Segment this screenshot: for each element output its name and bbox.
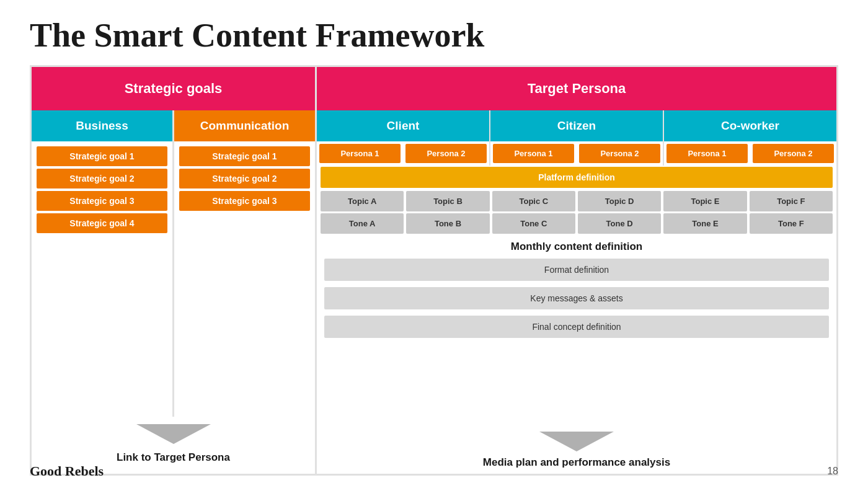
tone-c: Tone C xyxy=(492,213,575,234)
coworker-persona-1-col: Persona 1 xyxy=(664,141,750,166)
citizen-header: Citizen xyxy=(490,110,663,141)
coworker-header: Co-worker xyxy=(664,110,836,141)
coworker-persona-1: Persona 1 xyxy=(666,144,748,163)
citizen-persona-1-col: Persona 1 xyxy=(490,141,577,166)
key-messages: Key messages & assets xyxy=(324,287,829,309)
client-persona-1-col: Persona 1 xyxy=(317,141,403,166)
platform-definition-bar: Platform definition xyxy=(321,167,833,188)
page: The Smart Content Framework Strategic go… xyxy=(0,0,868,488)
monthly-section: Monthly content definition Format defini… xyxy=(317,236,836,427)
tone-d: Tone D xyxy=(578,213,661,234)
communication-column: Communication Strategic goal 1 Strategic… xyxy=(174,110,315,417)
topic-f: Topic F xyxy=(750,191,833,211)
business-goal-3: Strategic goal 3 xyxy=(37,191,167,211)
format-definition: Format definition xyxy=(324,259,829,281)
client-persona-1: Persona 1 xyxy=(319,144,401,163)
topics-tones-section: Topic A Topic B Topic C Topic D Topic E … xyxy=(317,189,836,236)
business-goal-4: Strategic goal 4 xyxy=(37,213,167,233)
format-def-wrapper: Format definition xyxy=(317,257,836,283)
persona-groups-row: Client Persona 1 Persona 2 Citizen xyxy=(317,110,836,166)
left-columns: Business Strategic goal 1 Strategic goal… xyxy=(32,110,315,417)
media-plan-label: Media plan and performance analysis xyxy=(483,456,670,469)
communication-goals: Strategic goal 1 Strategic goal 2 Strate… xyxy=(174,141,315,417)
tones-row: Tone A Tone B Tone C Tone D Tone E Tone … xyxy=(321,213,833,234)
client-personas: Persona 1 Persona 2 xyxy=(317,141,489,166)
monthly-title: Monthly content definition xyxy=(317,236,836,255)
page-title: The Smart Content Framework xyxy=(30,17,838,54)
brand-logo: Good Rebels xyxy=(30,463,104,479)
link-to-persona-label: Link to Target Persona xyxy=(117,449,230,466)
topic-d: Topic D xyxy=(578,191,661,211)
strategic-goals-header: Strategic goals xyxy=(32,67,315,110)
topic-b: Topic B xyxy=(406,191,489,211)
final-concept-definition: Final concept definition xyxy=(324,316,829,338)
right-main: Client Persona 1 Persona 2 Citizen xyxy=(317,110,836,474)
coworker-persona-2-col: Persona 2 xyxy=(750,141,836,166)
topic-a: Topic A xyxy=(321,191,404,211)
citizen-personas: Persona 1 Persona 2 xyxy=(490,141,663,166)
comm-goal-2: Strategic goal 2 xyxy=(179,169,310,189)
arrow-down-icon xyxy=(136,424,211,444)
tone-a: Tone A xyxy=(321,213,404,234)
communication-header: Communication xyxy=(174,110,315,141)
tone-b: Tone B xyxy=(406,213,489,234)
right-arrow-down-icon xyxy=(539,432,614,451)
coworker-group: Co-worker Persona 1 Persona 2 xyxy=(664,110,836,166)
final-concept-wrapper: Final concept definition xyxy=(317,314,836,340)
citizen-persona-1: Persona 1 xyxy=(493,144,574,163)
citizen-persona-2: Persona 2 xyxy=(579,144,660,163)
client-header: Client xyxy=(317,110,489,141)
client-persona-2: Persona 2 xyxy=(405,144,487,163)
page-number: 18 xyxy=(827,466,838,477)
tone-f: Tone F xyxy=(750,213,833,234)
platform-definition-wrapper: Platform definition xyxy=(317,167,836,188)
topic-e: Topic E xyxy=(663,191,746,211)
left-panel: Strategic goals Business Strategic goal … xyxy=(30,65,315,476)
business-goal-2: Strategic goal 2 xyxy=(37,169,167,189)
business-column: Business Strategic goal 1 Strategic goal… xyxy=(32,110,172,417)
right-footer: Media plan and performance analysis xyxy=(317,427,836,474)
business-goals: Strategic goal 1 Strategic goal 2 Strate… xyxy=(32,141,172,417)
client-group: Client Persona 1 Persona 2 xyxy=(317,110,490,166)
target-persona-header: Target Persona xyxy=(317,67,836,110)
business-goal-1: Strategic goal 1 xyxy=(37,146,167,166)
topics-row: Topic A Topic B Topic C Topic D Topic E … xyxy=(321,191,833,211)
right-panel: Target Persona Client Persona 1 Persona … xyxy=(315,65,838,476)
citizen-persona-2-col: Persona 2 xyxy=(577,141,663,166)
comm-goal-3: Strategic goal 3 xyxy=(179,191,310,211)
coworker-personas: Persona 1 Persona 2 xyxy=(664,141,836,166)
key-messages-wrapper: Key messages & assets xyxy=(317,285,836,311)
topic-c: Topic C xyxy=(492,191,575,211)
framework-body: Strategic goals Business Strategic goal … xyxy=(30,65,838,476)
business-header: Business xyxy=(32,110,172,141)
coworker-persona-2: Persona 2 xyxy=(753,144,834,163)
comm-goal-1: Strategic goal 1 xyxy=(179,146,310,166)
citizen-group: Citizen Persona 1 Persona 2 xyxy=(490,110,664,166)
tone-e: Tone E xyxy=(663,213,746,234)
client-persona-2-col: Persona 2 xyxy=(403,141,489,166)
